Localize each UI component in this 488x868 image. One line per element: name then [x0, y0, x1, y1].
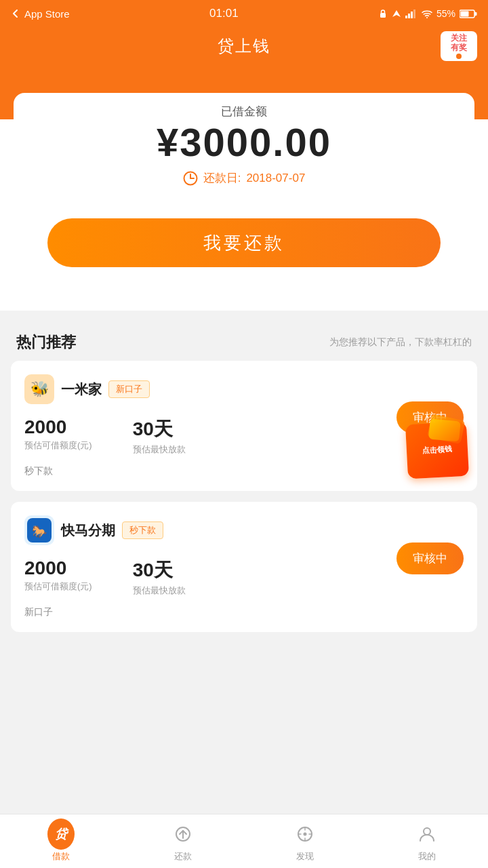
- follow-button[interactable]: 关注 有奖: [441, 31, 477, 61]
- stat-value-days-1: 30天: [133, 557, 186, 583]
- recommend-subtitle: 为您推荐以下产品，下款率杠杠的: [329, 336, 472, 349]
- battery-icon: [460, 9, 477, 18]
- nav-item-repay[interactable]: 还款: [122, 821, 244, 863]
- nav-label-discover: 发现: [296, 850, 314, 863]
- svg-rect-9: [475, 12, 476, 16]
- stat-label-days-0: 预估最快放款: [133, 443, 186, 456]
- product-logo-0: 🐝: [24, 374, 54, 404]
- stat-amount-1: 2000 预估可借额度(元): [24, 557, 92, 597]
- clock-icon: [183, 171, 198, 186]
- product-card-0: 🐝 一米家 新口子 2000 预估可借额度(元) 30天 预估最快放款 审核中 …: [11, 361, 477, 491]
- recommend-title: 热门推荐: [16, 332, 76, 353]
- repay-date-value: 2018-07-07: [246, 172, 305, 185]
- status-left: App Store: [11, 8, 70, 20]
- stat-days-1: 30天 预估最快放款: [133, 557, 186, 597]
- stat-amount-0: 2000 预估可借额度(元): [24, 416, 92, 456]
- loan-circle-icon: 贷: [47, 818, 75, 850]
- nav-item-profile[interactable]: 我的: [366, 821, 488, 863]
- stat-value-days-0: 30天: [133, 416, 186, 442]
- follow-label2: 有奖: [451, 43, 467, 52]
- product-bottom-tag-1: 新口子: [24, 606, 464, 618]
- coupon-badge-0[interactable]: 点击领钱: [405, 422, 469, 479]
- product-logo-1: 🐎: [24, 515, 54, 545]
- nav-label-repay: 还款: [174, 850, 192, 863]
- discover-icon: [296, 825, 314, 844]
- product-action-btn-1[interactable]: 审核中: [396, 542, 464, 574]
- product-tag-1: 秒下款: [122, 521, 163, 539]
- nav-item-loan[interactable]: 贷 借款: [0, 821, 122, 863]
- product-tag-0: 新口子: [108, 380, 150, 398]
- app-store-label: App Store: [24, 8, 70, 20]
- page-title: 贷上钱: [218, 35, 270, 57]
- nav-item-discover[interactable]: 发现: [244, 821, 366, 863]
- recommendation-section: 热门推荐 为您推荐以下产品，下款率杠杠的 🐝 一米家 新口子 2000 预估可借…: [0, 319, 488, 632]
- follow-label1: 关注: [451, 33, 467, 43]
- nav-icon-repay: [169, 821, 197, 848]
- stat-value-amount-0: 2000: [24, 416, 92, 438]
- status-right: 55%: [378, 8, 477, 19]
- svg-rect-0: [380, 13, 386, 18]
- recommend-header: 热门推荐 为您推荐以下产品，下款率杠杠的: [0, 319, 488, 361]
- location-icon: [392, 9, 401, 18]
- wifi-icon: [422, 9, 432, 18]
- repay-button[interactable]: 我要还款: [47, 218, 441, 267]
- stat-label-amount-0: 预估可借额度(元): [24, 439, 92, 452]
- status-time: 01:01: [209, 7, 239, 20]
- svg-point-23: [424, 828, 430, 835]
- follow-dot: [456, 54, 462, 59]
- product-bottom-tag-0: 秒下款: [24, 465, 464, 477]
- horse-logo-icon: 🐎: [27, 518, 52, 542]
- nav-icon-profile: [413, 821, 441, 848]
- svg-rect-5: [413, 9, 415, 18]
- product-name-1: 快马分期: [61, 521, 115, 540]
- product-card-1: 🐎 快马分期 秒下款 2000 预估可借额度(元) 30天 预估最快放款 审核中…: [11, 502, 477, 632]
- svg-point-6: [426, 17, 428, 18]
- svg-text:🐎: 🐎: [32, 524, 47, 539]
- svg-rect-8: [460, 11, 468, 16]
- svg-rect-2: [405, 16, 407, 18]
- header: 贷上钱 关注 有奖: [0, 27, 488, 65]
- borrowed-label: 已借金额: [221, 105, 267, 118]
- stat-label-amount-1: 预估可借额度(元): [24, 580, 92, 593]
- borrowed-amount: ¥3000.00: [14, 119, 474, 165]
- nav-icon-discover: [291, 821, 319, 848]
- bottom-nav: 贷 借款 还款 发现: [0, 814, 488, 868]
- product-header-1: 🐎 快马分期 秒下款: [24, 515, 464, 545]
- product-name-0: 一米家: [61, 380, 102, 399]
- profile-icon: [418, 825, 436, 844]
- svg-rect-3: [408, 14, 410, 18]
- repay-icon: [174, 825, 192, 844]
- signal-icon: [405, 9, 418, 18]
- stat-days-0: 30天 预估最快放款: [133, 416, 186, 456]
- svg-rect-4: [411, 12, 413, 18]
- main-card: 已借金额 ¥3000.00 还款日: 2018-07-07: [0, 65, 488, 311]
- stat-value-amount-1: 2000: [24, 557, 92, 579]
- repay-date-label: 还款日:: [203, 170, 241, 186]
- stat-label-days-1: 预估最快放款: [133, 585, 186, 597]
- nav-label-profile: 我的: [418, 850, 436, 863]
- status-bar: App Store 01:01: [0, 0, 488, 27]
- back-icon: [11, 9, 20, 18]
- svg-marker-1: [392, 10, 401, 17]
- nav-label-loan: 借款: [52, 850, 70, 863]
- battery-level: 55%: [436, 8, 455, 19]
- coupon-text-0: 点击领钱: [422, 444, 453, 456]
- repay-date-row: 还款日: 2018-07-07: [14, 170, 474, 186]
- product-header-0: 🐝 一米家 新口子: [24, 374, 464, 404]
- nav-icon-loan: 贷: [47, 821, 75, 848]
- lock-icon: [378, 9, 388, 18]
- svg-point-18: [304, 833, 306, 835]
